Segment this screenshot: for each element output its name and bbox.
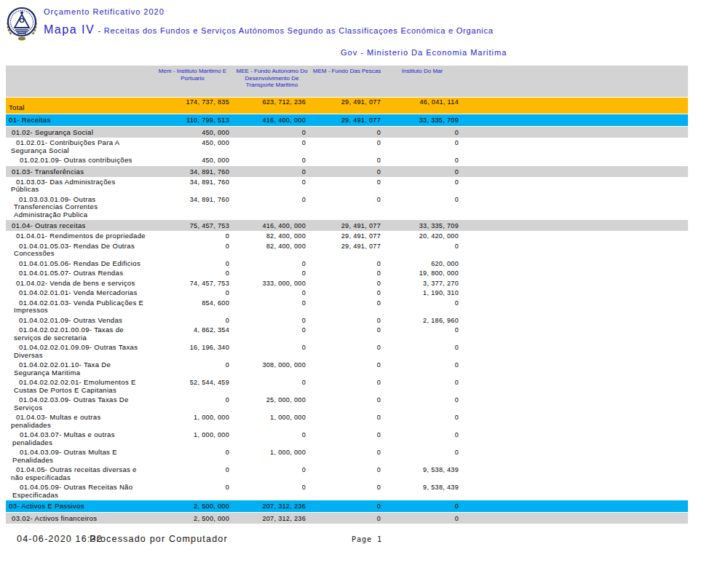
row-label: 01.03.03- Das AdministraçõesPúblicas bbox=[6, 178, 151, 194]
cell-value: 29, 491, 077 bbox=[306, 242, 381, 251]
cell-value: 0 bbox=[151, 465, 229, 474]
row-label: 01.04.01.05.07- Outras Rendas bbox=[6, 269, 151, 278]
cell-value: 20, 420, 000 bbox=[381, 232, 459, 240]
cell-value: 0 bbox=[306, 269, 381, 277]
row-filler bbox=[459, 221, 688, 231]
cell-value: 0 bbox=[381, 514, 459, 523]
cell-value: 74, 457, 753 bbox=[151, 279, 229, 288]
cell-value: 416, 400, 000 bbox=[229, 221, 306, 230]
cell-value: 16, 196, 340 bbox=[151, 343, 229, 352]
cell-value: 308, 000, 000 bbox=[229, 361, 306, 369]
footer-processed-label: Processado por Computador bbox=[90, 534, 228, 544]
row-filler bbox=[459, 343, 688, 360]
row-filler bbox=[459, 116, 688, 126]
table-row: 03.02- Activos financeiros2, 500, 000207… bbox=[6, 513, 688, 524]
cell-value: 0 bbox=[381, 343, 459, 352]
cell-value: 0 bbox=[381, 156, 459, 165]
cell-value: 4, 862, 354 bbox=[151, 326, 229, 334]
ministry-line: Gov - Ministerio Da Economia Maritima bbox=[341, 48, 507, 57]
row-label: 01- Receitas bbox=[6, 116, 151, 125]
map-subtitle: - Receitas dos Fundos e Serviços Autónom… bbox=[98, 26, 494, 35]
cell-value: 0 bbox=[381, 413, 459, 422]
cell-value: 0 bbox=[306, 483, 381, 492]
table-row: 01.02- Segurança Social450, 000000 bbox=[6, 127, 688, 138]
table-row: 01.02.01- Contribuições Para ASegurança … bbox=[6, 138, 688, 155]
column-header: Mem - Instituto Maritimo E Portuario bbox=[151, 66, 234, 97]
cell-value: 0 bbox=[229, 288, 306, 297]
cell-value: 0 bbox=[229, 138, 306, 147]
row-label: 01.02.01- Contribuições Para ASegurança … bbox=[6, 138, 151, 155]
row-label: 01.02.01.09- Outras contribuições bbox=[6, 156, 151, 165]
table-row: 01.03.03- Das AdministraçõesPúblicas34, … bbox=[6, 178, 688, 194]
table-row: 01.04.01.05.06- Rendas De Edificios00062… bbox=[6, 259, 688, 269]
cell-value: 0 bbox=[229, 269, 306, 277]
row-filler bbox=[459, 395, 688, 412]
cell-value: 0 bbox=[229, 430, 306, 439]
row-label: 01.04.01.05.06- Rendas De Edificios bbox=[6, 259, 151, 269]
table-row: Total174, 737, 835623, 712, 23629, 491, … bbox=[6, 98, 688, 114]
row-filler bbox=[459, 326, 688, 342]
report-page: Orçamento Retificativo 2020 Mapa IV - Re… bbox=[0, 0, 728, 563]
row-filler bbox=[459, 178, 688, 194]
cell-value: 0 bbox=[229, 168, 306, 176]
cell-value: 19, 800, 000 bbox=[381, 269, 459, 277]
row-label: 01.04.01.05.03- Rendas De OutrasConcessõ… bbox=[6, 242, 151, 259]
row-label: 01.04.02.02.01.10- Taxa DeSegurança Mari… bbox=[6, 361, 151, 377]
cell-value: 1, 000, 000 bbox=[229, 413, 306, 422]
row-filler bbox=[459, 448, 688, 465]
cell-value: 0 bbox=[306, 178, 381, 186]
cell-value: 0 bbox=[306, 299, 381, 307]
cell-value: 333, 000, 000 bbox=[229, 279, 306, 288]
cell-value: 0 bbox=[306, 138, 381, 147]
document-title: Orçamento Retificativo 2020 bbox=[44, 7, 165, 16]
row-label: 03.02- Activos financeiros bbox=[6, 514, 151, 524]
table-row: 01.04.02- Venda de bens e serviços74, 45… bbox=[6, 279, 688, 288]
cell-value: 0 bbox=[381, 430, 459, 439]
cell-value: 0 bbox=[306, 326, 381, 334]
cell-value: 0 bbox=[306, 279, 381, 288]
cell-value: 29, 491, 077 bbox=[306, 232, 381, 240]
cell-value: 0 bbox=[229, 195, 306, 204]
cell-value: 0 bbox=[306, 361, 381, 369]
cell-value: 0 bbox=[306, 430, 381, 439]
table-row: 01.02.01.09- Outras contribuições450, 00… bbox=[6, 156, 688, 165]
row-filler bbox=[459, 502, 688, 512]
row-label: 01.04.02.03.09- Outras Taxas DeServiços bbox=[6, 395, 151, 412]
cell-value: 450, 000 bbox=[151, 128, 229, 137]
cell-value: 2, 186, 960 bbox=[381, 316, 459, 325]
cell-value: 623, 712, 236 bbox=[229, 98, 306, 106]
cell-value: 0 bbox=[151, 395, 229, 404]
column-header: MEM - Fundo Das Pescas bbox=[309, 66, 384, 97]
cell-value: 0 bbox=[229, 156, 306, 165]
cell-value: 34, 891, 760 bbox=[151, 195, 229, 204]
cell-value: 0 bbox=[381, 326, 459, 334]
table-row: 01.04.05- Outras receitas diversas enão … bbox=[6, 465, 688, 482]
cell-value: 0 bbox=[306, 378, 381, 387]
row-filler bbox=[459, 138, 688, 155]
row-filler bbox=[459, 259, 688, 269]
table-row: 01.04.02.02.01.10- Taxa DeSegurança Mari… bbox=[6, 361, 688, 377]
table-row: 01.04.03.07- Multas e outraspenalidades1… bbox=[6, 430, 688, 447]
table-row: 01.04.02.01.09- Outras Vendas0002, 186, … bbox=[6, 316, 688, 326]
cell-value: 0 bbox=[381, 138, 459, 147]
cell-value: 0 bbox=[229, 299, 306, 307]
table-body: Total174, 737, 835623, 712, 23629, 491, … bbox=[6, 98, 688, 524]
row-filler bbox=[459, 299, 688, 315]
cell-value: 0 bbox=[151, 316, 229, 325]
cell-value: 0 bbox=[381, 168, 459, 176]
row-filler bbox=[459, 242, 688, 259]
row-filler bbox=[459, 430, 688, 447]
row-filler bbox=[459, 288, 688, 298]
cell-value: 450, 000 bbox=[151, 156, 229, 165]
cell-value: 0 bbox=[229, 378, 306, 387]
column-header: MEE - Fundo Autonomo Do Desenvolvimento … bbox=[234, 66, 309, 97]
row-filler bbox=[459, 156, 688, 165]
cell-value: 207, 312, 236 bbox=[229, 514, 306, 523]
cell-value: 82, 400, 000 bbox=[229, 242, 306, 251]
table-row: 03- Activos E Passivos2, 500, 000207, 31… bbox=[6, 500, 688, 512]
cell-value: 82, 400, 000 bbox=[229, 232, 306, 240]
cell-value: 0 bbox=[151, 242, 229, 251]
table-row: 01.03.03.01.09- OutrasTransferencias Cor… bbox=[6, 195, 688, 220]
cell-value: 0 bbox=[229, 326, 306, 334]
cell-value: 0 bbox=[381, 178, 459, 186]
